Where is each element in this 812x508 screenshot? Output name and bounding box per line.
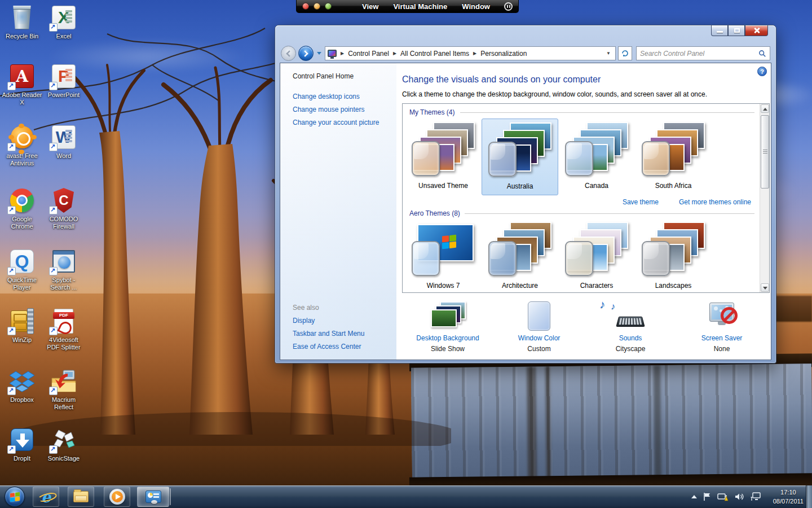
setting-label[interactable]: Screen Saver <box>676 334 767 342</box>
theme-glass-icon <box>488 241 517 276</box>
network-icon[interactable] <box>751 492 761 501</box>
taskbar-internet-explorer[interactable]: e <box>33 487 59 507</box>
menu-view[interactable]: View <box>362 2 378 11</box>
desktop-icon-macrium[interactable]: Macrium Reflect <box>43 368 85 411</box>
menu-virtual-machine[interactable]: Virtual Machine <box>393 2 447 11</box>
mac-close-button[interactable] <box>302 3 309 10</box>
desktop-background-setting[interactable]: Desktop Background Slide Show <box>402 299 493 358</box>
get-more-themes-link[interactable]: Get more themes online <box>679 198 751 206</box>
setting-label[interactable]: Window Color <box>493 334 585 342</box>
breadcrumb-personalization[interactable]: Personalization <box>480 50 527 58</box>
start-button[interactable] <box>5 487 25 507</box>
desktop-icon-comodo[interactable]: C COMODO Firewall <box>43 187 85 230</box>
screen-saver-setting[interactable]: Screen Saver None <box>676 299 767 358</box>
pause-vm-icon[interactable] <box>504 2 513 11</box>
theme-characters[interactable]: Characters <box>558 218 635 295</box>
theme-unsaved[interactable]: Unsaved Theme <box>405 119 482 195</box>
sidebar-display[interactable]: Display <box>293 317 315 325</box>
mac-minimize-button[interactable] <box>314 3 320 10</box>
theme-landscapes[interactable]: Landscapes <box>635 218 712 295</box>
breadcrumb-all-items[interactable]: All Control Panel Items <box>400 50 469 58</box>
group-divider <box>460 112 754 113</box>
minimize-button[interactable] <box>711 25 728 36</box>
desktop-icon-winzip[interactable]: WinZip <box>1 308 43 344</box>
theme-thumbnail <box>565 122 628 177</box>
maximize-button[interactable] <box>728 25 745 36</box>
sidebar-ease-of-access[interactable]: Ease of Access Center <box>293 343 361 351</box>
search-icon[interactable] <box>758 50 766 58</box>
theme-windows7[interactable]: Windows 7 <box>405 218 482 295</box>
breadcrumb-separator-icon[interactable] <box>469 51 480 56</box>
sidebar-taskbar-start-menu[interactable]: Taskbar and Start Menu <box>293 330 364 338</box>
shortcut-arrow-icon <box>49 327 58 335</box>
scrollbar-thumb[interactable] <box>761 115 769 189</box>
search-box[interactable] <box>636 46 770 60</box>
taskbar-clock[interactable]: 17:10 08/07/2011 <box>773 488 804 506</box>
desktop-icon-excel[interactable]: X Excel <box>43 5 85 40</box>
setting-label[interactable]: Desktop Background <box>402 334 493 342</box>
help-icon[interactable] <box>757 67 767 76</box>
theme-glass-icon <box>642 241 670 276</box>
themes-scrollbar[interactable] <box>760 104 769 292</box>
desktop-icon-adobe-reader[interactable]: A Adobe Reader X <box>1 63 43 106</box>
theme-architecture[interactable]: Architecture <box>482 218 558 295</box>
close-button[interactable] <box>745 25 768 36</box>
desktop-icon-spybot[interactable]: Spybot - Search ... <box>43 248 85 291</box>
scroll-up-icon[interactable] <box>761 104 769 113</box>
desktop-icon-recycle-bin[interactable]: Recycle Bin <box>1 5 43 40</box>
desktop-icon-chrome[interactable]: Google Chrome <box>1 187 43 230</box>
control-panel-icon <box>145 491 161 503</box>
desktop-icon-powerpoint[interactable]: P PowerPoint <box>43 63 85 99</box>
taskbar-control-panel-active[interactable] <box>137 487 169 507</box>
screen-saver-icon <box>676 300 767 332</box>
scroll-down-icon[interactable] <box>761 283 769 292</box>
theme-australia-selected[interactable]: Australia <box>482 119 558 195</box>
clock-time: 17:10 <box>773 488 804 497</box>
aero-themes-row: Windows 7 Architecture <box>405 218 712 295</box>
desktop-icon-pdf-splitter[interactable]: 4Videosoft PDF Splitter <box>43 308 85 351</box>
breadcrumb-separator-icon[interactable] <box>389 51 400 56</box>
refresh-button[interactable] <box>618 46 632 60</box>
back-button[interactable] <box>281 46 296 61</box>
menu-window[interactable]: Window <box>462 2 490 11</box>
sidebar-control-panel-home[interactable]: Control Panel Home <box>293 72 354 80</box>
show-desktop-button[interactable] <box>806 485 812 508</box>
taskbar-media-player[interactable] <box>104 487 130 507</box>
window-titlebar[interactable] <box>280 25 771 44</box>
forward-button[interactable] <box>298 46 314 61</box>
desktop-icon-quicktime[interactable]: Q QuickTime Player <box>1 248 43 291</box>
battery-warning-icon[interactable] <box>717 492 729 502</box>
address-bar[interactable]: Control Panel All Control Panel Items Pe… <box>325 46 616 60</box>
theme-south-africa[interactable]: South Africa <box>635 119 712 195</box>
recent-pages-dropdown-icon[interactable] <box>317 52 321 55</box>
desktop-icon-dropbox[interactable]: Dropbox <box>1 368 43 404</box>
sidebar-change-desktop-icons[interactable]: Change desktop icons <box>293 93 360 100</box>
sounds-setting[interactable]: Sounds Cityscape <box>585 299 676 358</box>
desktop-icon-word[interactable]: W Word <box>43 124 85 160</box>
mac-zoom-button[interactable] <box>325 3 332 10</box>
sidebar-change-mouse-pointers[interactable]: Change mouse pointers <box>293 106 364 113</box>
back-arrow-icon <box>286 50 292 56</box>
save-theme-link[interactable]: Save theme <box>623 198 659 206</box>
action-center-flag-icon[interactable] <box>703 492 711 501</box>
taskbar-windows-explorer[interactable] <box>68 487 94 507</box>
shortcut-arrow-icon <box>7 143 16 151</box>
breadcrumb-separator-icon[interactable] <box>337 51 348 56</box>
navigation-bar: Control Panel All Control Panel Items Pe… <box>280 44 771 63</box>
setting-label[interactable]: Sounds <box>585 334 676 342</box>
show-hidden-icons-icon[interactable] <box>691 495 697 498</box>
desktop-icon-sonicstage[interactable]: SonicStage <box>43 427 85 462</box>
breadcrumb-control-panel[interactable]: Control Panel <box>348 50 389 58</box>
volume-icon[interactable] <box>735 492 744 501</box>
desktop-icon-dropit[interactable]: DropIt <box>1 427 43 462</box>
desktop-icon-avast[interactable]: avast! Free Antivirus <box>1 124 43 167</box>
water-reflection <box>654 365 661 479</box>
address-dropdown-icon[interactable] <box>604 51 613 56</box>
sidebar-change-account-picture[interactable]: Change your account picture <box>293 119 379 126</box>
theme-name: South Africa <box>635 182 712 190</box>
window-client-area: Control Panel Home Change desktop icons … <box>280 63 771 360</box>
window-color-setting[interactable]: Window Color Custom <box>493 299 585 358</box>
shortcut-arrow-icon <box>49 23 58 32</box>
theme-canada[interactable]: Canada <box>558 119 635 195</box>
search-input[interactable] <box>640 50 758 58</box>
